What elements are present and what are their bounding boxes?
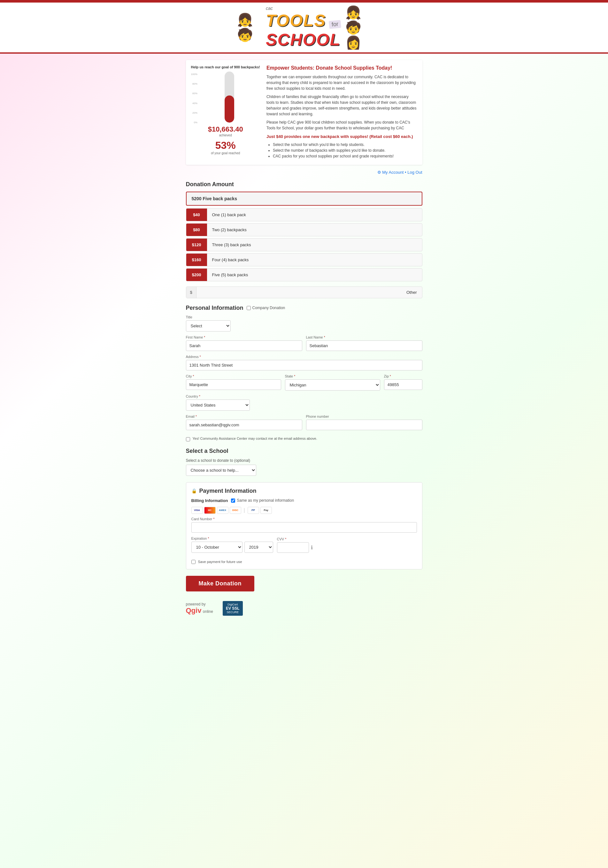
title-label: Title <box>186 315 422 319</box>
last-name-label: Last Name* <box>306 335 422 339</box>
email-required: * <box>195 415 197 418</box>
cvv-input[interactable] <box>277 542 309 553</box>
donation-desc-200: Five (5) back packs <box>207 268 422 281</box>
card-number-input[interactable] <box>191 522 417 533</box>
expiration-group: Expiration* 10 - October 2019 <box>191 536 273 553</box>
city-required: * <box>193 375 194 378</box>
donation-badge-80: $80 <box>186 223 207 236</box>
my-account-link[interactable]: My Account <box>382 170 403 175</box>
donation-option-120[interactable]: $120 Three (3) back packs <box>186 238 422 251</box>
percent-reached: 53% <box>191 140 260 151</box>
achieved-label: achieved <box>191 133 260 137</box>
goal-text: Help us reach our goal of 900 backpacks! <box>191 65 260 69</box>
last-name-required: * <box>324 336 325 339</box>
visa-icon: VISA <box>191 507 203 514</box>
lock-icon: 🔒 <box>191 488 197 493</box>
log-out-link[interactable]: Log Out <box>407 170 422 175</box>
donation-other-option: $ Other <box>186 287 422 298</box>
info-para2: Children of families that struggle finan… <box>267 94 417 117</box>
save-payment-checkbox[interactable] <box>191 560 195 564</box>
school-section-title: Select a School <box>186 448 422 454</box>
save-payment-label: Save payment for future use <box>198 560 242 564</box>
optin-checkbox[interactable] <box>186 437 190 441</box>
donation-option-40[interactable]: $40 One (1) back pack <box>186 208 422 221</box>
first-name-input[interactable] <box>186 340 302 351</box>
cvv-info-icon: ℹ <box>311 544 313 550</box>
kids-right-image: 👧🧒👩 <box>345 15 371 40</box>
donation-amount-title: Donation Amount <box>186 181 422 188</box>
other-prefix: $ <box>186 287 197 298</box>
country-label: Country* <box>186 394 422 398</box>
exp-required: * <box>208 537 209 540</box>
kids-left-image: 👧🧒 <box>237 15 263 40</box>
payment-title: Payment Information <box>199 488 257 494</box>
email-group: Email* <box>186 414 302 430</box>
email-phone-row: Email* Phone number <box>186 414 422 434</box>
company-donation-checkbox[interactable] <box>247 306 251 310</box>
donation-amount-section: Donation Amount 5200 Five back packs $40… <box>186 181 422 298</box>
info-para3: Please help CAC give 900 local children … <box>267 119 417 131</box>
amex-icon: AMEX <box>217 507 228 514</box>
country-select[interactable]: United States <box>186 400 250 411</box>
other-amount-input[interactable] <box>197 287 401 298</box>
state-group: State* Michigan <box>285 374 380 391</box>
qgiv-logo: powered by Qgiv online <box>186 602 213 615</box>
amount-raised: $10,663.40 <box>191 125 260 133</box>
logo-school: SCHOOL <box>266 30 342 49</box>
goal-label: of your goal reached <box>191 151 260 155</box>
state-select[interactable]: Michigan <box>285 380 380 391</box>
account-links: ⚙ My Account • Log Out <box>186 170 422 175</box>
make-donation-button[interactable]: Make Donation <box>186 576 254 591</box>
donation-option-80[interactable]: $80 Two (2) backpacks <box>186 223 422 236</box>
zip-required: * <box>390 375 391 378</box>
info-para1: Together we can empower students through… <box>267 74 417 91</box>
address-group: Address* <box>186 355 422 370</box>
bullet-1: Select the school for which you'd like t… <box>273 143 417 147</box>
personal-info-title: Personal Information <box>186 305 244 312</box>
optin-label: Yes! Community Assistance Center may con… <box>193 437 317 440</box>
zip-label: Zip* <box>384 374 422 378</box>
donation-option-200[interactable]: $200 Five (5) back packs <box>186 268 422 281</box>
digicert-label1: DigiCert <box>226 603 240 606</box>
city-group: City* <box>186 374 281 391</box>
personal-info-section: Personal Information Company Donation Ti… <box>186 305 422 441</box>
info-title: Empower Students: Donate School Supplies… <box>267 65 417 71</box>
expiry-month-select[interactable]: 10 - October <box>191 542 242 553</box>
same-as-personal[interactable]: Same as my personal information <box>231 498 294 503</box>
billing-info-row: Billing Information Same as my personal … <box>191 498 417 503</box>
save-payment-group[interactable]: Save payment for future use <box>191 560 417 564</box>
company-donation-label: Company Donation <box>253 305 285 310</box>
email-input[interactable] <box>186 420 302 430</box>
apple-pay-icon: Pay <box>261 507 272 514</box>
title-select[interactable]: Select Mr. Mrs. Ms. Dr. <box>186 320 231 332</box>
city-label: City* <box>186 374 281 378</box>
phone-input[interactable] <box>306 420 422 430</box>
address-input[interactable] <box>186 360 422 370</box>
info-highlight: Just $40 provides one new backpack with … <box>267 133 417 140</box>
donation-badge-120: $120 <box>186 239 207 251</box>
payment-section: 🔒 Payment Information Billing Informatio… <box>186 482 422 569</box>
last-name-input[interactable] <box>306 340 422 351</box>
card-required: * <box>213 517 215 521</box>
card-number-label: Card Number* <box>191 517 417 521</box>
phone-group: Phone number <box>306 414 422 430</box>
city-input[interactable] <box>186 380 281 390</box>
payment-header: 🔒 Payment Information <box>191 488 417 494</box>
cvv-required: * <box>285 538 286 541</box>
company-donation-toggle[interactable]: Company Donation <box>247 305 285 310</box>
footer: powered by Qgiv online DigiCert EV SSL S… <box>186 598 422 625</box>
school-select-label: Select a school to donate to (optional) <box>186 458 422 463</box>
bullet-3: CAC packs for you school supplies per sc… <box>273 154 417 158</box>
top-bar <box>0 0 608 3</box>
donation-desc-120: Three (3) back packs <box>207 239 422 251</box>
donation-option-160[interactable]: $160 Four (4) back packs <box>186 253 422 267</box>
name-row: First Name* Last Name* <box>186 335 422 355</box>
selected-donation-display: 5200 Five back packs <box>186 192 422 206</box>
card-sep: | <box>244 507 245 513</box>
school-select[interactable]: Choose a school to help... <box>186 465 256 476</box>
same-as-personal-checkbox[interactable] <box>231 499 235 503</box>
donation-desc-80: Two (2) backpacks <box>207 223 422 236</box>
zip-input[interactable] <box>384 380 422 390</box>
expiry-year-select[interactable]: 2019 <box>244 542 273 553</box>
discover-icon: DISC <box>230 507 241 514</box>
